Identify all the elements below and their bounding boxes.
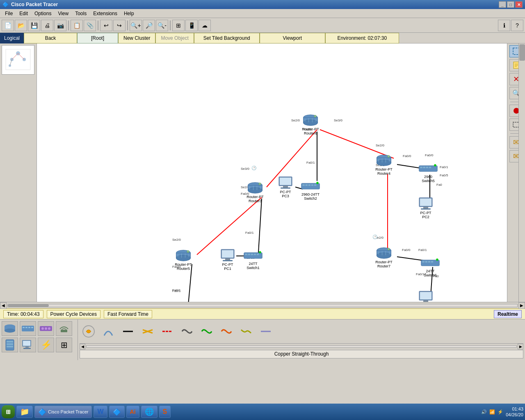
menu-help[interactable]: Help	[121, 10, 137, 17]
screenshot-button[interactable]: 📷	[54, 20, 66, 31]
start-button[interactable]: ⊞	[2, 405, 15, 418]
hscroll-thumb[interactable]	[8, 304, 49, 307]
port-label: Fa0/0	[402, 248, 410, 252]
taskbar-word[interactable]: W	[94, 406, 107, 418]
grid-category[interactable]: ⊞	[56, 338, 72, 352]
fast-forward-button[interactable]: Fast Forward Time	[104, 310, 152, 318]
coax-cable[interactable]	[198, 321, 216, 342]
menu-tools[interactable]: Tools	[72, 10, 90, 17]
wireless-category[interactable]	[56, 321, 72, 336]
menu-file[interactable]: File	[2, 10, 16, 17]
palette-hscrollbar[interactable]: ◀ ▶	[80, 343, 523, 350]
power-icon[interactable]: ⚡	[498, 409, 503, 415]
menu-view[interactable]: View	[55, 10, 72, 17]
auto-cable[interactable]	[80, 321, 98, 342]
power-cycle-button[interactable]: Power Cycle Devices	[47, 310, 100, 318]
open-button[interactable]: 📂	[15, 20, 27, 31]
switch5-node[interactable]: 2960Switch5	[418, 162, 438, 183]
cable-info-bar: Copper Straight-Through	[80, 350, 523, 358]
maximize-button[interactable]: □	[507, 1, 514, 8]
zoom-out-button[interactable]: 🔍-	[156, 20, 168, 31]
copper-cross[interactable]	[139, 321, 157, 342]
palette-scroll-left[interactable]: ◀	[80, 344, 85, 349]
redo-button[interactable]: ↪	[113, 20, 126, 31]
router3-node[interactable]: Router-PTRouter3	[246, 181, 264, 203]
clock-time: 01:43	[506, 406, 523, 412]
pc3-node[interactable]: PC-PTPC3	[277, 176, 294, 198]
custom-cable[interactable]	[257, 321, 275, 342]
thumbnail-view[interactable]	[2, 45, 34, 75]
copy-button[interactable]: 📋	[71, 20, 83, 31]
app-title: Cisco Packet Tracer	[11, 2, 58, 7]
pc2-node[interactable]: PC-PTPC2	[418, 197, 434, 219]
close-button[interactable]: ✕	[515, 1, 523, 8]
clock-display[interactable]: 01:43 04/26/20	[506, 406, 523, 418]
taskbar-chrome[interactable]: 🌐	[141, 406, 158, 418]
console-cable[interactable]	[99, 321, 117, 342]
minimize-button[interactable]: _	[499, 1, 506, 8]
network-canvas[interactable]: Se2/0 Se3/0 Fa0/0 Se3/0 Se2/0 Fa0/0 Se2/…	[37, 43, 507, 302]
tiled-bg-button[interactable]: Set Tiled Background	[194, 33, 260, 43]
copper-straight[interactable]	[119, 321, 137, 342]
phone-cable[interactable]	[178, 321, 196, 342]
router-category[interactable]	[2, 321, 18, 336]
new-cluster-button[interactable]: New Cluster	[118, 33, 155, 43]
pc1-node[interactable]: PC-PTPC1	[219, 249, 236, 271]
print-button[interactable]: 🖨	[41, 20, 53, 31]
lightning-category[interactable]: ⚡	[38, 338, 54, 352]
svg-rect-97	[431, 261, 433, 263]
volume-icon[interactable]: 🔊	[481, 409, 487, 415]
devices-button[interactable]: 📱	[185, 20, 198, 31]
help-button[interactable]: ?	[511, 20, 523, 31]
hub-category[interactable]	[38, 321, 54, 336]
grid-button[interactable]: ⊞	[172, 20, 185, 31]
realtime-label: Realtime	[494, 310, 522, 318]
viewport-button[interactable]: Viewport	[260, 33, 325, 43]
vscrollbar[interactable]	[518, 43, 525, 302]
hscroll-track[interactable]	[7, 304, 518, 307]
menu-extensions[interactable]: Extensions	[90, 10, 121, 17]
fiber-cable[interactable]	[158, 321, 176, 342]
switch6-label: 24TTSwitch6	[424, 269, 437, 277]
pc-category[interactable]	[20, 338, 36, 352]
server-category[interactable]	[2, 338, 18, 352]
router5-node[interactable]: Router-PTRouter5	[174, 249, 192, 271]
scroll-left-button[interactable]: ◀	[0, 302, 7, 309]
pc4-node[interactable]: PC-PTPC4	[418, 290, 434, 302]
save-button[interactable]: 💾	[28, 20, 40, 31]
taskbar-explorer[interactable]: 📁	[16, 406, 33, 418]
move-object-button[interactable]: Move Object	[155, 33, 194, 43]
back-button[interactable]: Back	[24, 33, 77, 43]
cloud-button[interactable]: ☁	[199, 20, 211, 31]
menu-edit[interactable]: Edit	[16, 10, 31, 17]
taskbar-sublime[interactable]: S	[159, 406, 171, 418]
root-button[interactable]: [Root]	[77, 33, 118, 43]
info-button[interactable]: ℹ	[498, 20, 510, 31]
hscrollbar[interactable]: ◀ ▶	[0, 302, 525, 308]
router6-node[interactable]: Router-PTRouter6	[301, 113, 320, 135]
scroll-right-button[interactable]: ▶	[518, 302, 525, 309]
network-icon[interactable]: 📶	[489, 409, 495, 415]
serial-dte[interactable]	[237, 321, 255, 342]
switch2-node[interactable]: 2960-24TTSwitch2	[301, 180, 320, 201]
zoom-fit-button[interactable]: 🔎	[143, 20, 155, 31]
router7-node[interactable]: Router-PTRouter7	[375, 246, 393, 268]
switch1-node[interactable]: 24TTSwitch1	[243, 249, 263, 270]
zoom-in-button[interactable]: 🔍+	[130, 20, 142, 31]
switch6-node[interactable]: 24TTSwitch6	[420, 257, 440, 277]
main-area: Se2/0 Se3/0 Fa0/0 Se3/0 Se2/0 Fa0/0 Se2/…	[0, 43, 525, 302]
palette-scroll-right[interactable]: ▶	[518, 344, 523, 349]
taskbar-cisco-pt[interactable]: 🔷 Cisco Packet Tracer	[34, 406, 92, 418]
svg-rect-95	[425, 261, 427, 263]
taskbar-illustrator[interactable]: Ai	[126, 406, 139, 418]
undo-button[interactable]: ↩	[100, 20, 112, 31]
router4-node[interactable]: Router-PTRouter4	[375, 153, 393, 176]
right-panel: ✕ 🔍 ▼ ✉ ✉	[507, 43, 525, 302]
switch-category[interactable]	[20, 321, 36, 336]
new-button[interactable]: 📄	[2, 20, 14, 31]
menu-options[interactable]: Options	[31, 10, 55, 17]
taskbar-cisco2[interactable]: 🔷	[109, 406, 125, 418]
serial-dce[interactable]	[217, 321, 235, 342]
paste-button[interactable]: 📎	[84, 20, 96, 31]
palette-scroll-track[interactable]	[86, 345, 517, 348]
